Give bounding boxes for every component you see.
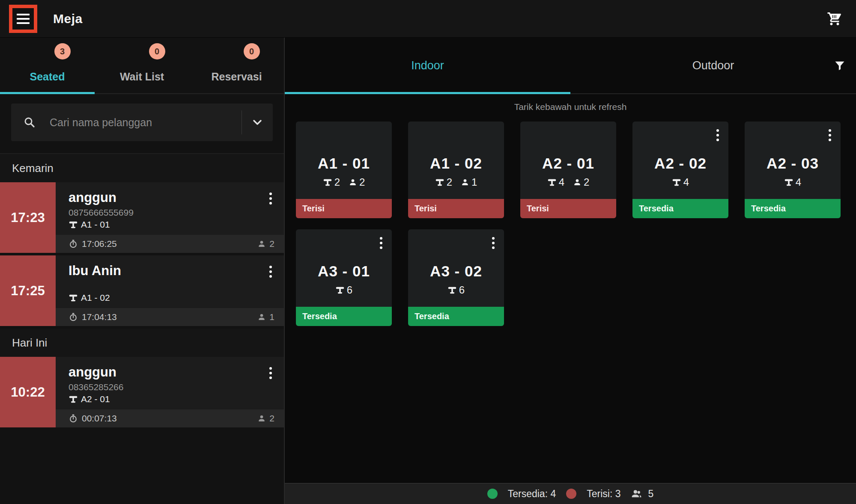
menu-button[interactable] xyxy=(9,5,37,33)
stopwatch-icon-slot xyxy=(69,414,78,423)
table-icon-slot xyxy=(447,285,457,295)
search-section xyxy=(0,94,284,154)
area-tabs: Indoor Outdoor xyxy=(285,38,856,94)
guest-count: 2 xyxy=(257,413,274,424)
total-guests: 5 xyxy=(631,488,653,500)
table-card-a2-02[interactable]: A2 - 02 4 Tersedia xyxy=(632,122,728,218)
sidebar-tab-seated[interactable]: 3 Seated xyxy=(0,38,95,93)
guest-name: anggun xyxy=(69,190,254,205)
guest-info: anggun 08365285266 A2 - 01 xyxy=(56,357,284,409)
seat-capacity-text: 4 xyxy=(683,176,689,188)
person-icon xyxy=(257,313,266,321)
guest-list-item[interactable]: 17:25 Ibu Anin A1 - 02 17:04:13 xyxy=(0,255,284,326)
available-dot xyxy=(487,489,498,499)
table-icon xyxy=(69,293,78,302)
chevron-down-icon xyxy=(251,116,264,129)
guest-count: 2 xyxy=(257,239,274,249)
kebab-menu-icon[interactable] xyxy=(268,191,274,206)
guest-occupancy: 1 xyxy=(461,176,477,188)
table-card-meta: 4 xyxy=(672,176,689,188)
seated-duration: 17:04:13 xyxy=(69,312,117,322)
seated-duration: 17:06:25 xyxy=(69,239,117,249)
area-tab-indoor[interactable]: Indoor xyxy=(285,38,570,93)
guest-sidebar: 3 Seated 0 Wait List 0 Reservasi xyxy=(0,38,285,504)
sidebar-tabs: 3 Seated 0 Wait List 0 Reservasi xyxy=(0,38,284,94)
table-icon-slot xyxy=(547,178,557,187)
stopwatch-icon xyxy=(69,414,78,423)
kebab-menu-icon[interactable] xyxy=(490,235,496,251)
table-card-meta: 2 2 xyxy=(323,176,365,188)
guest-footer: 00:07:13 2 xyxy=(56,409,284,427)
table-icon xyxy=(672,178,681,187)
table-card-a3-02[interactable]: A3 - 02 6 Tersedia xyxy=(408,229,504,326)
people-icon xyxy=(631,488,642,499)
guest-occupancy-text: 2 xyxy=(584,176,589,188)
kebab-menu-icon[interactable] xyxy=(715,127,721,143)
person-icon-slot xyxy=(257,240,266,248)
table-icon-slot xyxy=(335,285,345,295)
table-card-meta: 6 xyxy=(335,284,352,296)
guest-time: 17:23 xyxy=(0,182,56,253)
guest-list-item[interactable]: 10:22 anggun 08365285266 A2 - 01 00:07:1… xyxy=(0,357,284,427)
seat-capacity: 2 xyxy=(323,176,340,188)
stopwatch-icon xyxy=(69,239,78,249)
table-card-a2-01[interactable]: A2 - 01 4 2 Terisi xyxy=(520,122,616,218)
guest-info: Ibu Anin A1 - 02 xyxy=(56,255,284,308)
seat-capacity: 6 xyxy=(447,284,465,296)
kebab-menu-icon[interactable] xyxy=(268,264,274,279)
table-icon-slot xyxy=(69,220,78,229)
duration-text: 17:04:13 xyxy=(82,312,117,322)
kebab-menu-icon[interactable] xyxy=(827,127,833,143)
search-dropdown-toggle[interactable] xyxy=(242,104,273,141)
person-icon-slot xyxy=(349,178,357,187)
stopwatch-icon-slot xyxy=(69,312,78,322)
guest-section: Kemarin 17:23 anggun 0875666555699 A1 - … xyxy=(0,154,284,326)
table-icon xyxy=(69,220,78,229)
person-icon-slot xyxy=(257,414,266,423)
person-icon xyxy=(257,240,266,248)
sidebar-tab-reservasi[interactable]: 0 Reservasi xyxy=(189,38,284,93)
kebab-menu-icon[interactable] xyxy=(268,365,274,381)
search-icon xyxy=(23,116,36,129)
guest-occupancy-text: 1 xyxy=(471,176,477,188)
tab-count-badge: 0 xyxy=(149,43,165,59)
stopwatch-icon-slot xyxy=(69,239,78,249)
guest-count-text: 2 xyxy=(269,413,274,424)
section-header: Kemarin xyxy=(0,154,284,182)
table-card-meta: 6 xyxy=(447,284,465,296)
kebab-menu-icon[interactable] xyxy=(378,235,384,251)
area-tab-outdoor[interactable]: Outdoor xyxy=(570,38,856,93)
seat-capacity-text: 6 xyxy=(347,284,352,296)
table-status-ribbon: Tersedia xyxy=(296,307,392,326)
guest-footer: 17:04:13 1 xyxy=(56,308,284,326)
area-tab-label: Outdoor xyxy=(692,59,734,72)
area-tab-label: Indoor xyxy=(411,59,444,72)
seated-duration: 00:07:13 xyxy=(69,413,117,424)
guest-table-label: A1 - 02 xyxy=(81,293,110,303)
table-card-a3-01[interactable]: A3 - 01 6 Tersedia xyxy=(296,229,392,326)
table-card-a2-03[interactable]: A2 - 03 4 Tersedia xyxy=(745,122,841,218)
table-icon xyxy=(447,285,457,295)
sidebar-tab-wait-list[interactable]: 0 Wait List xyxy=(95,38,189,93)
search-input[interactable] xyxy=(49,116,242,129)
table-card-meta: 4 2 xyxy=(547,176,590,188)
filter-button[interactable] xyxy=(834,59,846,71)
search-box xyxy=(11,104,273,141)
cart-button[interactable] xyxy=(827,11,842,27)
duration-text: 00:07:13 xyxy=(82,413,117,424)
guest-name: anggun xyxy=(69,365,254,380)
guest-count-text: 2 xyxy=(269,239,274,249)
guest-table-label: A2 - 01 xyxy=(81,394,110,404)
total-guests-count: 5 xyxy=(648,488,653,500)
table-card-grid: A1 - 01 2 2 Terisi A1 - 02 2 xyxy=(296,122,841,326)
guest-list-item[interactable]: 17:23 anggun 0875666555699 A1 - 01 17:06… xyxy=(0,182,284,253)
guest-occupancy: 2 xyxy=(573,176,589,188)
table-card-a1-02[interactable]: A1 - 02 2 1 Terisi xyxy=(408,122,504,218)
table-card-name: A2 - 01 xyxy=(542,155,594,172)
person-icon xyxy=(461,178,469,187)
guest-time: 10:22 xyxy=(0,357,56,427)
stopwatch-icon xyxy=(69,312,78,322)
table-status-ribbon: Tersedia xyxy=(745,199,841,218)
table-card-a1-01[interactable]: A1 - 01 2 2 Terisi xyxy=(296,122,392,218)
seat-capacity: 6 xyxy=(335,284,352,296)
